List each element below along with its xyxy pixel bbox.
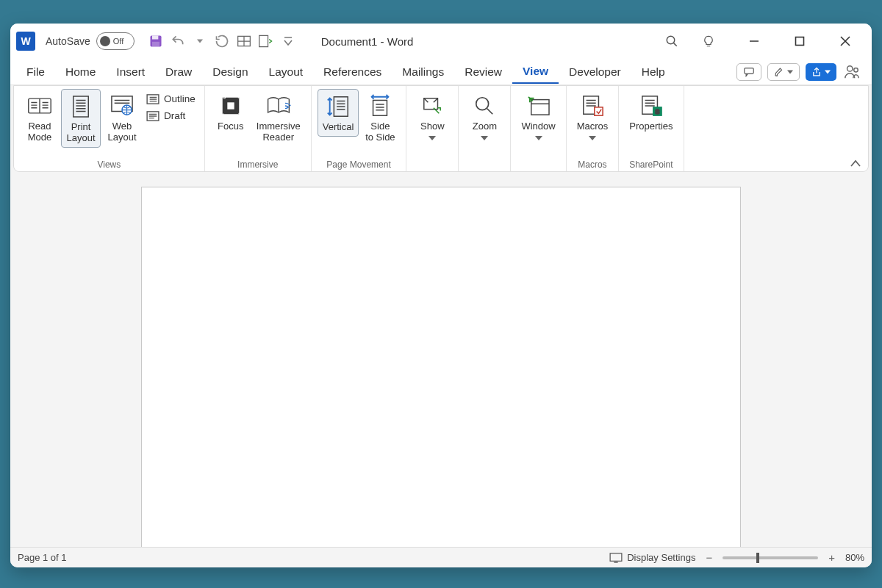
tab-view[interactable]: View xyxy=(512,60,559,84)
side-to-side-icon xyxy=(368,92,392,120)
status-bar: Page 1 of 1 Display Settings − + 80% xyxy=(10,547,872,567)
svg-rect-1 xyxy=(152,36,158,40)
properties-label: Properties xyxy=(629,121,673,132)
qat-btn-1[interactable] xyxy=(234,32,254,51)
svg-rect-44 xyxy=(227,102,234,109)
print-layout-label: PrintLayout xyxy=(66,122,95,144)
window-dropdown[interactable]: Window xyxy=(517,89,559,146)
group-macros-label: Macros xyxy=(578,159,606,170)
outline-button[interactable]: Outline xyxy=(143,92,198,106)
focus-label: Focus xyxy=(218,121,243,132)
svg-point-58 xyxy=(476,98,489,110)
editing-dropdown[interactable] xyxy=(767,63,800,81)
read-mode-label: ReadMode xyxy=(28,121,52,143)
print-layout-button[interactable]: PrintLayout xyxy=(61,89,101,148)
show-dropdown[interactable]: Show xyxy=(412,89,452,146)
group-show: Show xyxy=(406,86,459,171)
focus-icon xyxy=(220,92,242,120)
group-sharepoint-label: SharePoint xyxy=(629,159,673,170)
minimize-button[interactable] xyxy=(738,26,770,56)
vertical-button[interactable]: Vertical xyxy=(318,89,359,137)
qat-btn-2[interactable] xyxy=(257,32,276,51)
focus-button[interactable]: Focus xyxy=(211,89,251,135)
web-layout-label: WebLayout xyxy=(107,121,136,143)
tab-layout[interactable]: Layout xyxy=(259,61,314,83)
save-icon[interactable] xyxy=(146,32,165,51)
group-immersive: Focus ImmersiveReader Immersive xyxy=(205,86,312,171)
redo-icon[interactable] xyxy=(212,32,232,51)
web-layout-button[interactable]: WebLayout xyxy=(102,89,142,146)
app-window: W AutoSave Off Document1 - Word xyxy=(10,24,872,567)
collapse-ribbon-icon[interactable] xyxy=(850,159,861,167)
zoom-slider-thumb[interactable] xyxy=(756,553,759,563)
tab-mailings[interactable]: Mailings xyxy=(392,61,454,83)
undo-icon[interactable] xyxy=(168,32,187,51)
tips-icon[interactable] xyxy=(692,26,725,56)
show-label: Show xyxy=(420,121,445,143)
toggle-knob-icon xyxy=(100,36,110,46)
outline-label: Outline xyxy=(164,93,196,104)
properties-button[interactable]: S Properties xyxy=(625,89,677,135)
zoom-in-button[interactable]: + xyxy=(825,551,838,564)
group-page-movement-label: Page Movement xyxy=(326,159,390,170)
tab-draw[interactable]: Draw xyxy=(155,61,202,83)
tab-developer[interactable]: Developer xyxy=(559,61,631,83)
zoom-dropdown[interactable]: Zoom xyxy=(465,89,504,146)
immersive-reader-button[interactable]: ImmersiveReader xyxy=(252,89,305,146)
page-indicator[interactable]: Page 1 of 1 xyxy=(18,552,67,563)
macros-dropdown[interactable]: Macros xyxy=(573,89,613,146)
svg-rect-2 xyxy=(152,42,159,47)
group-zoom: Zoom xyxy=(459,86,511,171)
tab-design[interactable]: Design xyxy=(202,61,258,83)
autosave-pill[interactable]: Off xyxy=(96,32,135,50)
tab-file[interactable]: File xyxy=(16,61,55,83)
svg-line-59 xyxy=(487,109,493,115)
side-to-side-button[interactable]: Sideto Side xyxy=(360,89,400,146)
qat-customize-icon[interactable] xyxy=(279,32,298,51)
account-icon[interactable] xyxy=(842,62,861,82)
zoom-slider[interactable] xyxy=(723,556,818,559)
group-immersive-label: Immersive xyxy=(237,159,278,170)
window-icon xyxy=(527,92,551,120)
close-button[interactable] xyxy=(829,26,861,56)
group-views: ReadMode PrintLayout WebLayout Outline D… xyxy=(14,86,205,171)
read-mode-button[interactable]: ReadMode xyxy=(20,89,60,146)
tab-insert[interactable]: Insert xyxy=(106,61,155,83)
ribbon-tabs: File Home Insert Draw Design Layout Refe… xyxy=(10,59,872,85)
svg-rect-66 xyxy=(595,107,603,115)
macros-icon xyxy=(581,92,604,120)
quick-access-toolbar xyxy=(146,32,298,51)
read-mode-icon xyxy=(27,92,52,120)
group-views-label: Views xyxy=(97,159,121,170)
autosave-toggle[interactable]: AutoSave Off xyxy=(46,32,135,50)
comments-button[interactable] xyxy=(736,63,761,81)
svg-text:S: S xyxy=(655,108,659,115)
share-button[interactable] xyxy=(806,63,836,81)
tab-review[interactable]: Review xyxy=(454,61,512,83)
svg-rect-6 xyxy=(259,35,268,46)
group-sharepoint: S Properties SharePoint xyxy=(619,86,684,171)
properties-icon: S xyxy=(639,92,663,120)
undo-dropdown-icon[interactable] xyxy=(190,32,209,51)
zoom-percent[interactable]: 80% xyxy=(845,552,864,563)
maximize-button[interactable] xyxy=(784,26,816,56)
document-page[interactable] xyxy=(141,187,741,547)
document-area[interactable] xyxy=(10,175,872,547)
display-settings-button[interactable]: Display Settings xyxy=(609,552,695,563)
tab-help[interactable]: Help xyxy=(631,61,675,83)
svg-rect-60 xyxy=(531,100,548,115)
tab-home[interactable]: Home xyxy=(55,61,106,83)
svg-rect-14 xyxy=(745,68,753,74)
autosave-label: AutoSave xyxy=(46,35,90,47)
svg-rect-52 xyxy=(373,100,387,115)
web-layout-icon xyxy=(110,92,134,120)
svg-point-8 xyxy=(667,36,675,44)
search-icon[interactable] xyxy=(656,26,688,56)
print-layout-icon xyxy=(71,93,91,121)
svg-point-15 xyxy=(847,65,853,71)
zoom-out-button[interactable]: − xyxy=(703,551,715,564)
window-controls xyxy=(692,26,866,56)
draft-button[interactable]: Draft xyxy=(143,109,198,123)
immersive-reader-label: ImmersiveReader xyxy=(257,121,301,143)
tab-references[interactable]: References xyxy=(313,61,392,83)
